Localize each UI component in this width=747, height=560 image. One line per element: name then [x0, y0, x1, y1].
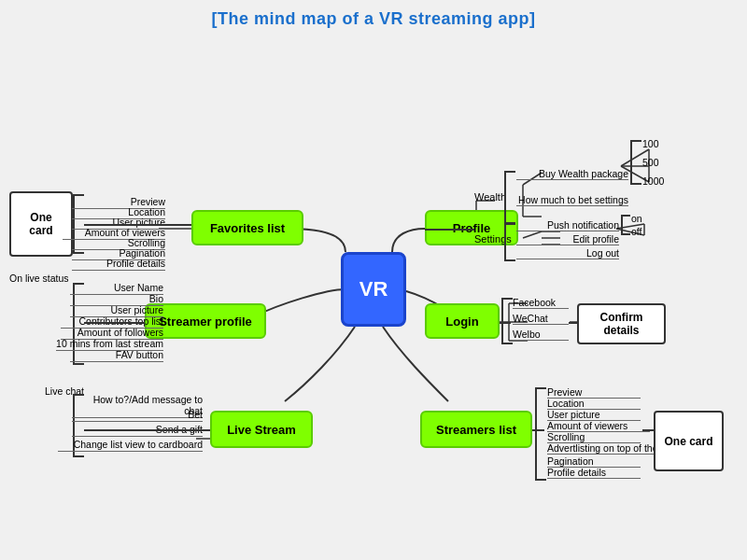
- live-stream-node[interactable]: Live Stream: [210, 411, 313, 448]
- push-on: on: [631, 213, 642, 224]
- wealth-val-100: 100: [642, 138, 659, 149]
- label-buy-wealth: Buy Wealth package: [516, 168, 628, 180]
- push-bracket: [621, 215, 630, 235]
- label-fav-button: FAV button: [70, 349, 163, 362]
- login-bracket: [501, 298, 513, 344]
- wealth-val-1000: 1000: [642, 175, 664, 187]
- confirm-details-box: Confirm details: [577, 303, 666, 344]
- connector-login: [500, 322, 511, 324]
- wealth-bracket: [504, 171, 515, 225]
- wealth-val-500: 500: [642, 157, 659, 168]
- streamers-list-bracket: [535, 387, 546, 481]
- label-facebook: Facebook: [513, 297, 569, 309]
- label-log-out: Log out: [516, 247, 619, 259]
- label-edit-profile: Edit profile: [516, 233, 619, 245]
- settings-bracket: [504, 222, 515, 261]
- buy-wealth-bracket: [630, 140, 641, 185]
- connector-streamer: [84, 322, 145, 324]
- label-change-view: Change list view to cardboard: [58, 439, 203, 452]
- one-card-bottom-box: One card: [654, 411, 724, 471]
- label-on-live-status: On live status: [9, 273, 69, 284]
- label-bet: Bet: [72, 409, 203, 422]
- vr-center-node: VR: [341, 252, 406, 327]
- label-bet-settings: How much to bet settings: [516, 194, 628, 206]
- label-push-notification: Push notification: [516, 219, 619, 231]
- favorites-list-node[interactable]: Favorites list: [191, 210, 303, 245]
- push-off: off: [631, 226, 641, 237]
- streamers-list-node[interactable]: Streamers list: [420, 411, 532, 448]
- connector-confirm: [569, 322, 578, 324]
- connector-favorites: [84, 224, 191, 226]
- connector-one-card-bottom: [642, 429, 654, 431]
- login-node[interactable]: Login: [425, 303, 500, 339]
- connector-streamers-list: [532, 429, 544, 431]
- one-card-top-box: One card: [9, 191, 73, 257]
- label-wechat: WeChat: [513, 313, 569, 325]
- connector-live-stream: [84, 429, 210, 431]
- label-welbo: Welbo: [513, 329, 569, 341]
- label-profile-details-top: Profile details: [72, 258, 165, 271]
- page-title: [The mind map of a VR streaming app]: [0, 0, 747, 29]
- label-profile-details-bottom: Profile details: [547, 467, 641, 479]
- wealth-label: Wealth: [474, 191, 506, 203]
- connector-profile: [425, 229, 474, 231]
